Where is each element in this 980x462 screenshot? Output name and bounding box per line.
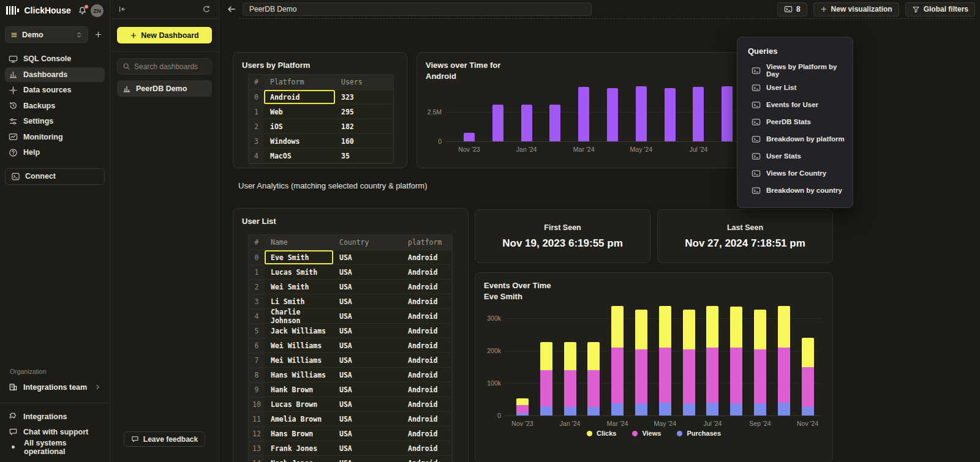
- bar-segment[interactable]: [659, 403, 671, 415]
- bar-segment[interactable]: [754, 403, 766, 415]
- bar-segment[interactable]: [802, 367, 814, 407]
- bar-segment[interactable]: [683, 310, 695, 349]
- table-cell[interactable]: USA: [333, 412, 402, 427]
- bar-segment[interactable]: [778, 348, 790, 403]
- bar-segment[interactable]: [611, 348, 624, 403]
- table-cell[interactable]: Android: [402, 427, 452, 441]
- bar[interactable]: [636, 86, 647, 141]
- search-dashboards-input[interactable]: [134, 62, 206, 71]
- bar-segment[interactable]: [611, 306, 624, 348]
- table-cell[interactable]: USA: [333, 397, 402, 412]
- table-cell[interactable]: Lucas Smith: [265, 265, 333, 280]
- table-cell[interactable]: Hank Brown: [265, 382, 333, 397]
- query-item-views-by-platform-by-day[interactable]: Views by Platform by Day: [737, 62, 853, 79]
- bar[interactable]: [722, 86, 733, 141]
- bar-segment[interactable]: [778, 403, 790, 415]
- table-cell[interactable]: Eve Smith: [265, 250, 333, 265]
- table-cell[interactable]: Android: [264, 90, 335, 105]
- table-cell[interactable]: Android: [402, 382, 452, 397]
- query-item-peerdb-stats[interactable]: PeerDB Stats: [737, 113, 853, 130]
- collapse-panel-icon[interactable]: [118, 5, 127, 13]
- bar-segment[interactable]: [516, 398, 529, 405]
- table-cell[interactable]: Android: [402, 309, 452, 324]
- bar-segment[interactable]: [564, 407, 576, 415]
- bar[interactable]: [464, 133, 475, 141]
- table-cell[interactable]: Wei Williams: [265, 338, 333, 353]
- table-cell[interactable]: Mei Williams: [265, 353, 333, 368]
- table-cell[interactable]: 182: [335, 119, 393, 134]
- table-cell[interactable]: Windows: [264, 134, 335, 149]
- bar-segment[interactable]: [754, 310, 766, 350]
- bar-segment[interactable]: [730, 307, 742, 348]
- query-item-user-list[interactable]: User List: [737, 79, 853, 96]
- query-item-views-for-country[interactable]: Views for Country: [737, 165, 853, 182]
- bar-segment[interactable]: [802, 338, 814, 367]
- table-cell[interactable]: Android: [402, 250, 452, 265]
- global-filters-button[interactable]: Global filters: [905, 2, 975, 17]
- bar-segment[interactable]: [730, 403, 742, 415]
- table-cell[interactable]: Wei Smith: [265, 280, 333, 294]
- dashboard-title-input[interactable]: [243, 2, 592, 16]
- table-cell[interactable]: USA: [333, 294, 402, 309]
- table-cell[interactable]: Android: [402, 294, 452, 309]
- table-cell[interactable]: iOS: [264, 119, 335, 134]
- table-cell[interactable]: USA: [333, 250, 402, 265]
- query-item-user-stats[interactable]: User Stats: [737, 147, 853, 165]
- bar-segment[interactable]: [659, 348, 671, 403]
- table-cell[interactable]: USA: [333, 338, 402, 353]
- table-cell[interactable]: USA: [333, 368, 402, 382]
- table-cell[interactable]: Frank Jones: [265, 441, 333, 456]
- sidebar-item-settings[interactable]: Settings: [5, 114, 105, 129]
- sidebar-footer-all-systems-operational[interactable]: All systems operational: [5, 439, 105, 455]
- table-cell[interactable]: Android: [402, 412, 452, 427]
- table-cell[interactable]: USA: [333, 353, 402, 368]
- table-cell[interactable]: Web: [264, 105, 335, 119]
- bar-segment[interactable]: [754, 349, 766, 403]
- bar-segment[interactable]: [564, 342, 576, 370]
- sidebar-footer-integrations[interactable]: Integrations: [5, 409, 105, 424]
- bar-segment[interactable]: [587, 342, 600, 370]
- bar-segment[interactable]: [516, 413, 529, 415]
- sidebar-item-backups[interactable]: Backups: [5, 99, 105, 114]
- table-cell[interactable]: 35: [335, 149, 393, 163]
- bar-segment[interactable]: [706, 403, 718, 415]
- sidebar-item-dashboards[interactable]: Dashboards: [5, 67, 105, 83]
- bar-segment[interactable]: [540, 406, 552, 415]
- bar-segment[interactable]: [540, 342, 552, 370]
- new-dashboard-button[interactable]: New Dashboard: [117, 27, 212, 43]
- table-cell[interactable]: Android: [402, 265, 452, 280]
- connect-button[interactable]: Connect: [5, 168, 105, 185]
- bar-segment[interactable]: [635, 310, 647, 349]
- dashboard-list-item[interactable]: PeerDB Demo: [117, 80, 212, 97]
- bar-segment[interactable]: [778, 306, 790, 348]
- bar-segment[interactable]: [683, 349, 695, 403]
- bar-segment[interactable]: [564, 370, 576, 407]
- bar-segment[interactable]: [802, 407, 814, 415]
- query-item-events-for-user[interactable]: Events for User: [737, 96, 853, 113]
- bar-segment[interactable]: [659, 306, 671, 347]
- table-cell[interactable]: Li Smith: [265, 294, 333, 309]
- table-cell[interactable]: USA: [333, 382, 402, 397]
- table-cell[interactable]: Android: [402, 456, 452, 462]
- queries-toggle-button[interactable]: 8: [777, 2, 807, 17]
- leave-feedback-button[interactable]: Leave feedback: [124, 431, 205, 447]
- table-cell[interactable]: Lucas Brown: [265, 397, 333, 412]
- table-cell[interactable]: 160: [335, 134, 393, 149]
- table-cell[interactable]: USA: [333, 265, 402, 280]
- bar[interactable]: [693, 87, 704, 141]
- table-cell[interactable]: USA: [333, 280, 402, 294]
- bar[interactable]: [521, 105, 532, 141]
- bar-segment[interactable]: [540, 370, 552, 406]
- table-cell[interactable]: USA: [333, 456, 402, 462]
- query-item-breakdown-by-platform[interactable]: Breakdown by platform: [737, 130, 853, 147]
- sidebar-item-data-sources[interactable]: Data sources: [5, 83, 105, 98]
- table-cell[interactable]: Hans Brown: [265, 427, 333, 441]
- back-arrow-icon[interactable]: [227, 4, 236, 14]
- table-cell[interactable]: Jack Williams: [265, 324, 333, 338]
- refresh-icon[interactable]: [202, 5, 211, 13]
- avatar[interactable]: ZN: [91, 4, 104, 17]
- table-cell[interactable]: Noah Jones: [265, 456, 333, 462]
- new-visualization-button[interactable]: New visualization: [813, 2, 899, 17]
- bar[interactable]: [578, 87, 589, 141]
- table-cell[interactable]: Android: [402, 368, 452, 382]
